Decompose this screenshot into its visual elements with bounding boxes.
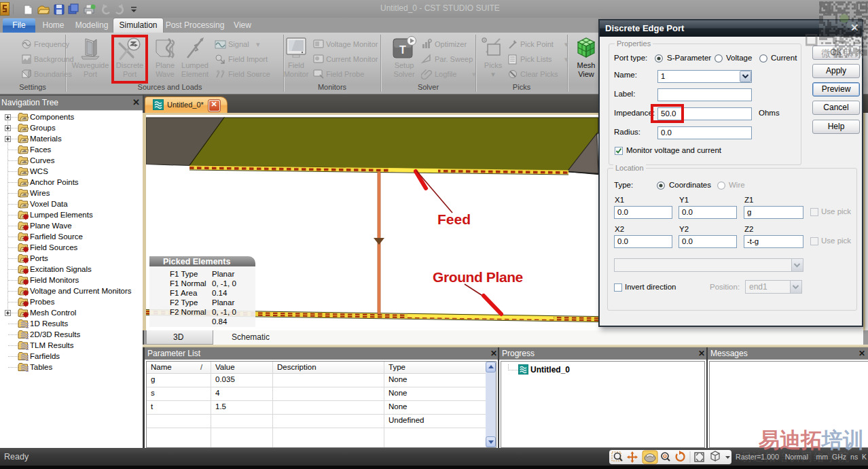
svg-text:0.84: 0.84 <box>212 317 228 326</box>
svg-text:Planar: Planar <box>212 270 234 278</box>
svg-text:T: T <box>399 44 406 56</box>
svg-text:F2 Type: F2 Type <box>170 298 198 307</box>
svg-text:0, -1, 0: 0, -1, 0 <box>212 279 236 288</box>
svg-text:0, -1, 0: 0, -1, 0 <box>212 308 236 316</box>
svg-text:0.14: 0.14 <box>212 289 228 297</box>
svg-text:F1 Area: F1 Area <box>170 289 198 297</box>
svg-text:Picked Elements: Picked Elements <box>163 257 230 266</box>
svg-text:Ground Plane: Ground Plane <box>433 269 523 285</box>
svg-text:F1 Type: F1 Type <box>170 270 198 278</box>
svg-text:F2 Normal: F2 Normal <box>170 308 206 316</box>
svg-text:F1 Normal: F1 Normal <box>170 279 206 288</box>
svg-text:Feed: Feed <box>437 211 471 227</box>
svg-text:Planar: Planar <box>212 298 234 307</box>
